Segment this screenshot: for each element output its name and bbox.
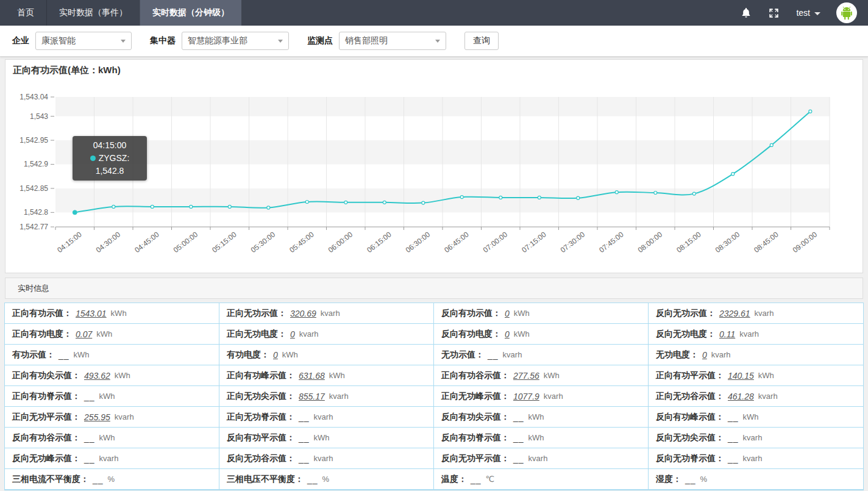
metric-unit: kWh	[111, 309, 127, 318]
metric-value[interactable]: 277.56	[513, 371, 539, 381]
metric-value[interactable]: 0.07	[76, 329, 92, 339]
svg-text:05:30:00: 05:30:00	[249, 230, 277, 254]
metric-value[interactable]: 320.69	[290, 309, 316, 318]
metric-cell: 反向有功示值：0kWh	[434, 303, 649, 324]
metric-cell: 三相电压不平衡度：__%	[219, 469, 434, 490]
metric-cell: 三相电流不平衡度：__%	[5, 469, 219, 490]
svg-text:07:30:00: 07:30:00	[559, 230, 587, 254]
metric-value[interactable]: 0.11	[719, 329, 735, 339]
filter-select[interactable]: 康派智能	[35, 32, 132, 50]
metric-value[interactable]: 0	[702, 350, 707, 360]
query-button[interactable]: 查询	[464, 32, 499, 50]
svg-text:05:00:00: 05:00:00	[172, 230, 200, 254]
nav-tab[interactable]: 首页	[5, 0, 46, 26]
filter-select[interactable]: 销售部照明	[339, 32, 446, 50]
nav-tab[interactable]: 实时数据（分钟级）	[140, 0, 241, 26]
metric-value[interactable]: 255.95	[84, 412, 110, 422]
metric-value: __	[299, 412, 310, 422]
svg-text:08:30:00: 08:30:00	[714, 230, 742, 254]
chevron-down-icon	[435, 40, 440, 43]
metric-unit: kvarh	[329, 392, 349, 401]
metric-value[interactable]: 2329.61	[719, 309, 750, 318]
metric-value[interactable]: 461.28	[728, 392, 754, 401]
metric-label: 反向有功电度：	[441, 329, 501, 340]
metric-cell: 正向有功示值：1543.01kWh	[5, 303, 219, 324]
metric-label: 无功示值：	[441, 349, 484, 360]
bell-icon[interactable]	[740, 7, 752, 19]
chevron-down-icon	[814, 12, 820, 15]
svg-text:08:15:00: 08:15:00	[675, 230, 703, 254]
metric-value[interactable]: 1543.01	[76, 309, 107, 318]
metric-value[interactable]: 0	[273, 350, 278, 360]
android-avatar[interactable]	[836, 2, 857, 23]
svg-text:1,542.85: 1,542.85	[20, 184, 48, 193]
metric-label: 三相电压不平衡度：	[227, 474, 304, 485]
metric-cell: 正向无功示值：320.69kvarh	[219, 303, 434, 324]
metric-label: 正向有功谷示值：	[441, 370, 510, 381]
metric-cell: 反向无功峰示值：__kvarh	[5, 448, 219, 469]
metric-label: 反向有功峰示值：	[656, 412, 724, 423]
metric-label: 反向有功平示值：	[227, 432, 295, 443]
metric-cell: 正向有功谷示值：277.56kWh	[434, 365, 649, 386]
filter-select-value: 销售部照明	[345, 35, 388, 46]
fullscreen-icon[interactable]	[768, 7, 780, 19]
metric-unit: %	[322, 475, 330, 484]
metric-cell: 正向无功电度：0kvarh	[219, 324, 434, 345]
metric-label: 正向有功平示值：	[656, 370, 724, 381]
metric-cell: 反向有功电度：0kWh	[434, 324, 649, 345]
metric-value: __	[471, 475, 482, 484]
metric-label: 正向无功电度：	[227, 329, 286, 340]
svg-text:1,542.8: 1,542.8	[24, 208, 48, 217]
metric-unit: kvarh	[755, 309, 774, 318]
svg-text:07:00:00: 07:00:00	[482, 230, 510, 254]
metric-cell: 正向有功尖示值：493.62kWh	[5, 365, 219, 386]
metric-value: __	[685, 475, 696, 484]
metric-value[interactable]: 140.15	[728, 371, 754, 381]
metric-value: __	[84, 454, 95, 464]
svg-text:05:15:00: 05:15:00	[210, 230, 238, 254]
metric-value: __	[513, 454, 524, 464]
metric-value[interactable]: 493.62	[84, 371, 110, 381]
metric-value[interactable]: 0	[290, 329, 295, 339]
metric-unit: kvarh	[743, 433, 763, 442]
metric-value: __	[299, 454, 310, 464]
metric-value[interactable]: 0	[505, 309, 510, 318]
metric-unit: kvarh	[528, 454, 548, 463]
metric-unit: %	[108, 475, 115, 484]
metric-unit: kWh	[99, 392, 115, 401]
svg-text:07:45:00: 07:45:00	[597, 230, 625, 254]
metric-unit: kvarh	[99, 454, 119, 463]
svg-text:1,543: 1,543	[30, 112, 48, 121]
metric-value[interactable]: 631.68	[299, 371, 325, 381]
metric-cell: 反向无功平示值：__kvarh	[434, 448, 649, 469]
metric-cell: 正向无功谷示值：461.28kvarh	[649, 386, 863, 407]
metric-unit: kvarh	[743, 454, 763, 463]
metric-cell: 正向无功平示值：255.95kvarh	[5, 407, 219, 428]
metric-label: 湿度：	[656, 474, 681, 485]
user-menu[interactable]: test	[796, 8, 820, 18]
metric-value[interactable]: 855.17	[299, 392, 325, 401]
metric-unit: kWh	[99, 433, 115, 442]
metric-cell: 正向有功脊示值：__kWh	[5, 386, 219, 407]
nav-tab[interactable]: 实时数据（事件）	[46, 0, 140, 26]
metric-value[interactable]: 0	[505, 329, 510, 339]
metric-unit: kvarh	[739, 329, 759, 339]
metric-unit: kWh	[115, 371, 130, 380]
metric-unit: kvarh	[115, 412, 134, 421]
chevron-down-icon	[278, 40, 283, 43]
metric-cell: 反向有功尖示值：__kWh	[434, 407, 649, 428]
user-name: test	[796, 8, 810, 18]
metric-value[interactable]: 1077.9	[513, 392, 539, 401]
metric-label: 反向无功平示值：	[441, 453, 510, 464]
metric-label: 反向无功峰示值：	[12, 453, 80, 464]
metric-cell: 反向有功脊示值：__kWh	[434, 428, 649, 448]
filter-select[interactable]: 智慧能源事业部	[182, 32, 289, 50]
metric-label: 反向无功谷示值：	[227, 453, 295, 464]
metric-cell: 反向无功尖示值：__kvarh	[649, 428, 863, 448]
svg-text:06:00:00: 06:00:00	[327, 230, 355, 254]
filter-label: 集中器	[150, 35, 176, 46]
metric-value: __	[728, 433, 739, 443]
metric-cell: 正向无功尖示值：855.17kvarh	[219, 386, 434, 407]
metric-label: 反向有功脊示值：	[441, 432, 510, 443]
line-chart[interactable]: 1,543.041,5431,542.951,542.91,542.851,54…	[5, 60, 863, 273]
